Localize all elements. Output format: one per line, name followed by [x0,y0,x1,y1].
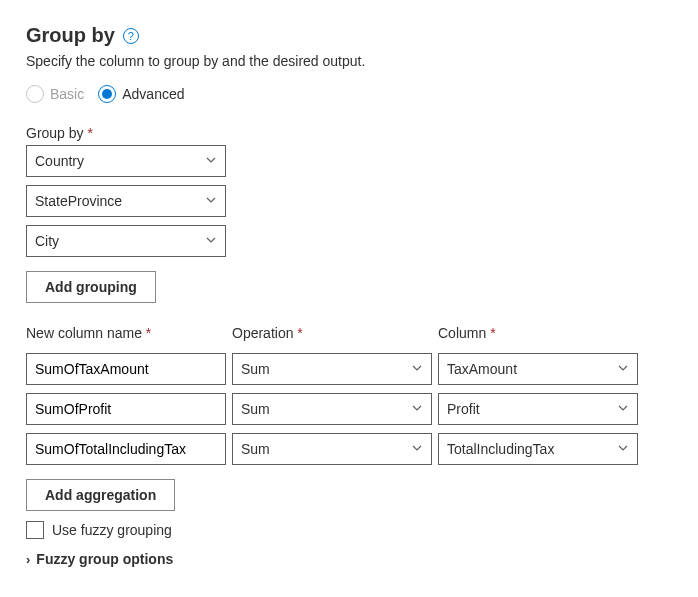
add-grouping-button[interactable]: Add grouping [26,271,156,303]
title-text: Group by [26,24,115,47]
fuzzy-checkbox-label: Use fuzzy grouping [52,522,172,538]
agg-col-select-0[interactable]: TaxAmount [438,353,638,385]
radio-basic[interactable]: Basic [26,85,84,103]
fuzzy-options-label: Fuzzy group options [36,551,173,567]
chevron-down-icon [617,401,629,417]
agg-header-name: New column name [26,325,226,341]
agg-name-input-0[interactable] [26,353,226,385]
radio-icon [26,85,44,103]
select-value: Profit [447,401,480,417]
select-value: StateProvince [35,193,122,209]
groupby-select-0[interactable]: Country [26,145,226,177]
agg-name-input-1[interactable] [26,393,226,425]
dialog-subtitle: Specify the column to group by and the d… [26,53,674,69]
select-value: City [35,233,59,249]
groupby-label: Group by [26,125,674,141]
agg-name-input-2[interactable] [26,433,226,465]
dialog-title: Group by ? [26,24,674,47]
select-value: Sum [241,401,270,417]
fuzzy-options-expander[interactable]: › Fuzzy group options [26,551,674,567]
select-value: Sum [241,361,270,377]
agg-header-col: Column [438,325,638,341]
add-aggregation-button[interactable]: Add aggregation [26,479,175,511]
agg-header-op: Operation [232,325,432,341]
select-value: Country [35,153,84,169]
groupby-column-list: CountryStateProvinceCity [26,145,226,257]
aggregation-grid: New column name Operation Column SumTaxA… [26,325,674,465]
help-icon[interactable]: ? [123,28,139,44]
radio-advanced[interactable]: Advanced [98,85,184,103]
chevron-down-icon [205,193,217,209]
chevron-down-icon [411,441,423,457]
chevron-down-icon [411,361,423,377]
chevron-down-icon [617,361,629,377]
radio-basic-label: Basic [50,86,84,102]
agg-op-select-1[interactable]: Sum [232,393,432,425]
agg-op-select-2[interactable]: Sum [232,433,432,465]
select-value: TaxAmount [447,361,517,377]
chevron-down-icon [205,233,217,249]
chevron-down-icon [205,153,217,169]
select-value: TotalIncludingTax [447,441,554,457]
agg-col-select-2[interactable]: TotalIncludingTax [438,433,638,465]
agg-op-select-0[interactable]: Sum [232,353,432,385]
groupby-select-2[interactable]: City [26,225,226,257]
chevron-down-icon [617,441,629,457]
chevron-down-icon [411,401,423,417]
agg-col-select-1[interactable]: Profit [438,393,638,425]
mode-radio-group: Basic Advanced [26,85,674,103]
radio-advanced-label: Advanced [122,86,184,102]
select-value: Sum [241,441,270,457]
groupby-select-1[interactable]: StateProvince [26,185,226,217]
chevron-right-icon: › [26,552,30,567]
radio-icon [98,85,116,103]
fuzzy-checkbox[interactable] [26,521,44,539]
